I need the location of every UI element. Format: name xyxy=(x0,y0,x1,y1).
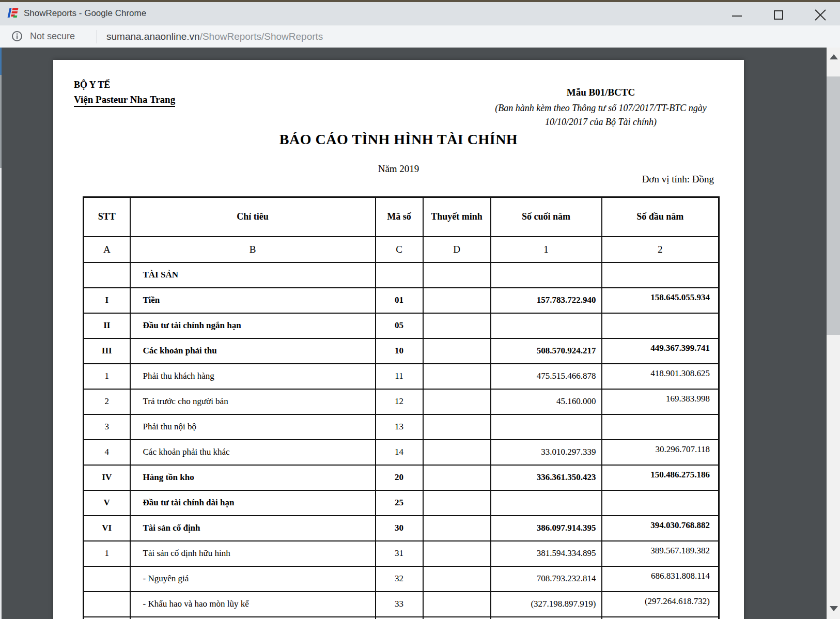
cell-note xyxy=(423,516,491,541)
cell-stt: 2 xyxy=(84,389,130,414)
cell-end_year xyxy=(491,414,602,440)
scroll-down-icon[interactable] xyxy=(830,606,838,611)
cell-start_year xyxy=(602,490,719,516)
url-host: sumana.anaonline.vn xyxy=(106,31,200,42)
table-row: 3Phải thu nội bộ13 xyxy=(84,414,719,440)
window-titlebar: ShowReports - Google Chrome xyxy=(0,2,840,25)
url-field[interactable]: sumana.anaonline.vn/ShowReports/ShowRepo… xyxy=(106,25,323,48)
close-icon xyxy=(810,4,831,25)
table-header-row: STT Chỉ tiêu Mã số Thuyết minh Số cuối n… xyxy=(84,197,719,237)
cell-label: Phải thu nội bộ xyxy=(130,414,376,440)
cell-note xyxy=(423,262,491,288)
table-row: IIICác khoản phải thu10508.570.924.21744… xyxy=(84,338,719,364)
cell-start_year: 158.645.055.934 xyxy=(602,288,719,313)
cell-label: Đầu tư tài chính ngắn hạn xyxy=(130,313,376,338)
cell-stt: IV xyxy=(84,465,130,490)
cell-start_year: 449.367.399.741 xyxy=(602,338,719,364)
cell-code: 14 xyxy=(376,440,423,465)
form-code: Mẫu B01/BCTC xyxy=(482,87,720,98)
cell-end_year: 475.515.466.878 xyxy=(491,364,602,389)
header-stt: STT xyxy=(84,197,130,237)
cell-end_year: 508.570.924.217 xyxy=(491,338,602,364)
cell-note xyxy=(423,414,491,440)
table-row: 1Phải thu khách hàng11475.515.466.878418… xyxy=(84,364,719,389)
table-key-row: A B C D 1 2 xyxy=(84,237,719,262)
cell-start_year: 389.567.189.382 xyxy=(602,541,719,566)
cell-stt: 1 xyxy=(84,541,130,566)
table-row: VĐầu tư tài chính dài hạn25 xyxy=(84,490,719,516)
cell-end_year: 708.793.232.814 xyxy=(491,566,602,592)
cell-end_year: 381.594.334.895 xyxy=(491,541,602,566)
vertical-scrollbar[interactable] xyxy=(827,48,840,619)
cell-end_year: 33.010.297.339 xyxy=(491,440,602,465)
cell-stt: 1 xyxy=(84,364,130,389)
cell-label: - Khấu hao và hao mòn lũy kế xyxy=(130,592,376,617)
cell-label: Các khoản phải thu khác xyxy=(130,440,376,465)
cell-end_year: (327.198.897.919) xyxy=(491,592,602,617)
scrollbar-thumb[interactable] xyxy=(827,76,840,335)
key-a: A xyxy=(84,237,130,262)
cell-note xyxy=(423,541,491,566)
key-c: C xyxy=(376,237,423,262)
cell-start_year xyxy=(602,313,719,338)
info-icon[interactable] xyxy=(11,30,23,42)
cell-start_year: 169.383.998 xyxy=(602,389,719,414)
cell-stt: 3 xyxy=(84,414,130,440)
cell-start_year: 686.831.808.114 xyxy=(602,566,719,592)
cell-stt: I xyxy=(84,288,130,313)
cell-stt: VI xyxy=(84,516,130,541)
cell-note xyxy=(423,566,491,592)
key-2: 2 xyxy=(602,237,719,262)
cell-code: 20 xyxy=(376,465,423,490)
table-row: TÀI SẢN xyxy=(84,262,719,288)
cell-code: 31 xyxy=(376,541,423,566)
cell-stt: II xyxy=(84,313,130,338)
table-row: 1Tài sản cố định hữu hình31381.594.334.8… xyxy=(84,541,719,566)
left-edge-artifact xyxy=(0,168,2,619)
report-viewer: BỘ Y TẾ Viện Pasteur Nha Trang Mẫu B01/B… xyxy=(0,48,840,619)
header-so-dau-nam: Số đầu năm xyxy=(602,197,719,237)
cell-label: Phải thu khách hàng xyxy=(130,364,376,389)
cell-stt: V xyxy=(84,490,130,516)
cell-note xyxy=(423,617,491,619)
address-bar[interactable]: Not secure sumana.anaonline.vn/ShowRepor… xyxy=(0,25,840,48)
minimize-button[interactable] xyxy=(727,4,746,25)
cell-start_year xyxy=(602,617,719,619)
cell-note xyxy=(423,490,491,516)
key-b: B xyxy=(130,237,376,262)
cell-code: 01 xyxy=(376,288,423,313)
table-row-partial xyxy=(84,617,719,619)
report-title: BÁO CÁO TÌNH HÌNH TÀI CHÍNH xyxy=(53,131,744,148)
maximize-button[interactable] xyxy=(769,4,787,25)
cell-label: Đầu tư tài chính dài hạn xyxy=(130,490,376,516)
security-status-label[interactable]: Not secure xyxy=(30,25,75,48)
cell-code: 11 xyxy=(376,364,423,389)
cell-label: TÀI SẢN xyxy=(130,262,376,288)
cell-code xyxy=(376,262,423,288)
cell-label: Trả trước cho người bán xyxy=(130,389,376,414)
scroll-up-icon[interactable] xyxy=(830,54,838,59)
cell-end_year: 45.160.000 xyxy=(491,389,602,414)
cell-note xyxy=(423,364,491,389)
table-row: - Nguyên giá32708.793.232.814686.831.808… xyxy=(84,566,719,592)
key-1: 1 xyxy=(491,237,602,262)
cell-label: Tài sản cố định hữu hình xyxy=(130,541,376,566)
cell-stt: III xyxy=(84,338,130,364)
cell-code: 32 xyxy=(376,566,423,592)
cell-stt xyxy=(84,566,130,592)
left-edge-artifact xyxy=(0,48,2,75)
url-divider xyxy=(97,30,97,43)
left-edge-artifact xyxy=(0,75,2,168)
cell-start_year: 30.296.707.118 xyxy=(602,440,719,465)
header-chi-tieu: Chỉ tiêu xyxy=(130,197,376,237)
cell-code: 12 xyxy=(376,389,423,414)
close-button[interactable] xyxy=(810,4,831,25)
cell-start_year xyxy=(602,414,719,440)
key-d: D xyxy=(423,237,491,262)
cell-note xyxy=(423,465,491,490)
window-title: ShowReports - Google Chrome xyxy=(24,2,146,25)
maximize-icon xyxy=(774,10,783,20)
table-row: 2Trả trước cho người bán1245.160.000169.… xyxy=(84,389,719,414)
cell-end_year xyxy=(491,313,602,338)
cell-start_year: 418.901.308.625 xyxy=(602,364,719,389)
